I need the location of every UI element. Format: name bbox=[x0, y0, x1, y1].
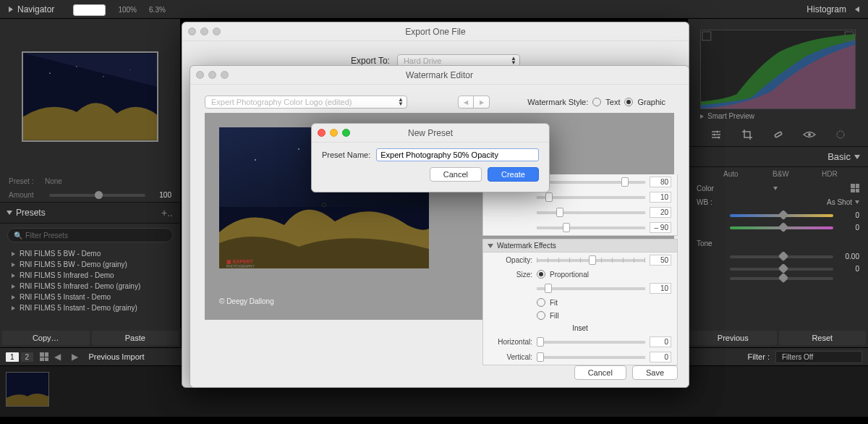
next-image-button[interactable]: ▶ bbox=[474, 96, 490, 109]
zoom-icon[interactable] bbox=[213, 27, 221, 35]
size-value[interactable]: 10 bbox=[650, 283, 671, 294]
close-icon[interactable] bbox=[196, 71, 204, 79]
horizontal-value[interactable]: 0 bbox=[650, 336, 671, 347]
prev-image-button[interactable]: ◀ bbox=[458, 96, 474, 109]
zoom-icon[interactable] bbox=[342, 129, 350, 137]
watermark-cancel-button[interactable]: Cancel bbox=[574, 365, 626, 380]
vertical-slider[interactable] bbox=[537, 356, 645, 359]
tint-slider[interactable] bbox=[730, 226, 833, 229]
shadow-slider1[interactable] bbox=[537, 181, 645, 184]
minimize-icon[interactable] bbox=[330, 129, 338, 137]
display-1-button[interactable]: 1 bbox=[6, 352, 19, 362]
amount-label: Amount bbox=[9, 191, 45, 199]
preset-item[interactable]: RNI FILMS 5 BW - Demo (grainy) bbox=[7, 259, 173, 270]
svg-rect-5 bbox=[702, 32, 711, 41]
opacity-slider[interactable] bbox=[537, 259, 645, 262]
temp-slider[interactable] bbox=[730, 214, 833, 217]
preset-name-input[interactable] bbox=[376, 148, 539, 161]
basic-header[interactable]: Basic bbox=[688, 147, 868, 167]
vertical-value[interactable]: 0 bbox=[650, 352, 671, 362]
graphic-radio[interactable] bbox=[624, 98, 633, 106]
shadow-value4[interactable]: – 90 bbox=[650, 222, 671, 233]
preset-item-label: RNI FILMS 5 BW - Demo bbox=[20, 250, 101, 258]
shadow-slider2[interactable] bbox=[537, 196, 645, 199]
zoom-fit[interactable]: FIT bbox=[73, 4, 106, 16]
zoom-100[interactable]: 100% bbox=[118, 6, 137, 14]
close-icon[interactable] bbox=[188, 27, 196, 35]
minimize-icon[interactable] bbox=[200, 27, 208, 35]
bw-button[interactable]: B&W bbox=[773, 170, 809, 178]
grid-icon[interactable] bbox=[851, 184, 859, 192]
crop-icon[interactable] bbox=[740, 127, 754, 142]
opacity-value[interactable]: 50 bbox=[650, 255, 671, 266]
filter-dropdown[interactable]: Filters Off bbox=[775, 351, 862, 363]
heal-icon[interactable] bbox=[771, 127, 786, 142]
disclosure-down-icon[interactable] bbox=[9, 7, 13, 12]
watermark-titlebar[interactable]: Watermark Editor bbox=[190, 66, 689, 85]
zoom-63[interactable]: 6.3% bbox=[149, 6, 166, 14]
shadow-value1[interactable]: 80 bbox=[650, 177, 671, 187]
paste-button[interactable]: Paste bbox=[92, 331, 179, 345]
histogram-display[interactable] bbox=[700, 30, 856, 109]
filter-presets-search[interactable]: 🔍 Filter Presets bbox=[7, 228, 173, 242]
effects-header[interactable]: Watermark Effects bbox=[483, 239, 677, 253]
horizontal-slider[interactable] bbox=[537, 341, 645, 344]
previous-button[interactable]: Previous bbox=[689, 331, 777, 345]
horizontal-inset-row: Horizontal: 0 bbox=[483, 334, 677, 349]
new-preset-titlebar[interactable]: New Preset bbox=[312, 124, 549, 143]
shadow-slider3[interactable] bbox=[537, 211, 645, 214]
color-profile-row[interactable]: Color bbox=[688, 181, 868, 195]
hdr-button[interactable]: HDR bbox=[822, 170, 858, 178]
size-slider[interactable] bbox=[537, 287, 645, 290]
watermark-save-button[interactable]: Save bbox=[632, 365, 678, 380]
dropdown-icon bbox=[773, 187, 778, 190]
source-label[interactable]: Previous Import bbox=[88, 352, 144, 361]
shadow-value2[interactable]: 10 bbox=[650, 192, 671, 203]
presets-header[interactable]: Presets +.. bbox=[0, 202, 180, 224]
minimize-icon[interactable] bbox=[208, 71, 216, 79]
text-radio[interactable] bbox=[592, 98, 601, 106]
smart-preview-row[interactable]: Smart Preview bbox=[688, 109, 868, 123]
auto-button[interactable]: Auto bbox=[723, 170, 760, 178]
reset-button[interactable]: Reset bbox=[779, 331, 867, 345]
amount-slider[interactable] bbox=[49, 194, 145, 197]
watermark-preset-select[interactable]: Expert Photography Color Logo (edited)▲▼ bbox=[205, 96, 407, 109]
preset-item[interactable]: RNI FILMS 5 Instant - Demo (grainy) bbox=[7, 302, 173, 313]
navigator-thumbnail[interactable] bbox=[22, 51, 158, 142]
nav-arrows[interactable]: ◀ ▶ bbox=[54, 352, 82, 362]
preset-item[interactable]: RNI FILMS 5 BW - Demo bbox=[7, 248, 173, 259]
shadow-value3[interactable]: 20 bbox=[650, 207, 671, 218]
opacity-row: Opacity: 50 bbox=[483, 253, 677, 268]
copy-button[interactable]: Copy… bbox=[2, 331, 90, 345]
preset-item[interactable]: RNI FILMS 5 Infrared - Demo bbox=[7, 270, 173, 281]
temp-slider-row: 0 bbox=[688, 209, 868, 221]
fill-radio[interactable] bbox=[537, 311, 545, 320]
export-titlebar[interactable]: Export One File bbox=[182, 22, 689, 41]
zoom-icon[interactable] bbox=[221, 71, 229, 79]
zoom-levels[interactable]: FIT 100% 6.3% bbox=[73, 5, 176, 14]
new-preset-create-button[interactable]: Create bbox=[488, 167, 539, 182]
filmstrip-thumbnail[interactable] bbox=[6, 372, 49, 407]
eye-icon[interactable] bbox=[802, 127, 817, 142]
shadow-slider4[interactable] bbox=[537, 226, 645, 229]
svg-point-9 bbox=[718, 137, 720, 139]
window-controls[interactable] bbox=[318, 129, 350, 137]
adjust-icon[interactable] bbox=[709, 127, 723, 142]
preset-item[interactable]: RNI FILMS 5 Infrared - Demo (grainy) bbox=[7, 281, 173, 292]
new-preset-cancel-button[interactable]: Cancel bbox=[430, 167, 482, 182]
add-preset-icon[interactable]: +.. bbox=[161, 207, 173, 219]
wb-row[interactable]: WB : As Shot bbox=[688, 195, 868, 209]
preset-item[interactable]: RNI FILMS 5 Instant - Demo bbox=[7, 292, 173, 302]
exposure-slider[interactable] bbox=[730, 255, 833, 258]
fit-radio[interactable] bbox=[537, 298, 545, 307]
window-controls[interactable] bbox=[188, 27, 221, 35]
proportional-radio[interactable] bbox=[537, 270, 545, 279]
grid-view-icon[interactable] bbox=[40, 352, 48, 361]
radial-icon[interactable] bbox=[833, 127, 848, 142]
display-2-button[interactable]: 2 bbox=[21, 352, 34, 362]
tone-slider[interactable] bbox=[730, 268, 833, 271]
close-icon[interactable] bbox=[318, 129, 326, 137]
window-controls[interactable] bbox=[196, 71, 229, 79]
disclosure-down-icon[interactable] bbox=[855, 7, 859, 12]
tone-slider2[interactable] bbox=[730, 277, 833, 280]
